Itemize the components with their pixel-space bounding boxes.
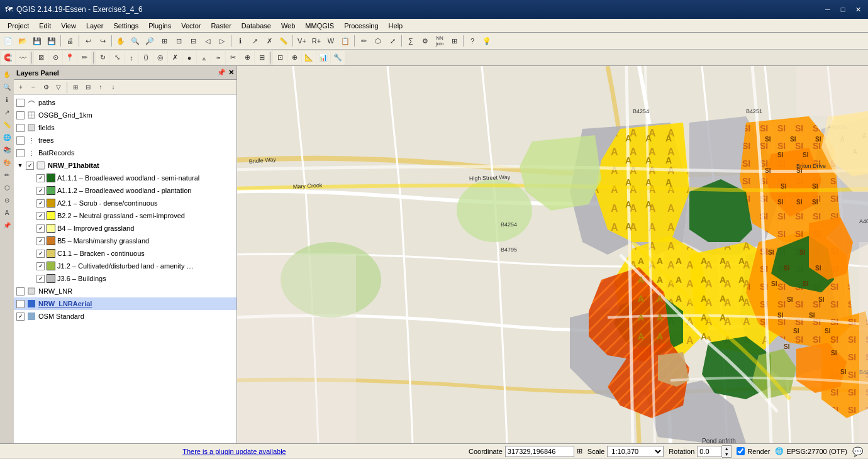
layer-a111[interactable]: ✓ A1.1.1 – Broadleaved woodland - semi-n…: [14, 172, 236, 184]
select-location-button[interactable]: 📍: [63, 51, 77, 65]
menu-settings[interactable]: Settings: [108, 21, 143, 31]
layer-b5[interactable]: ✓ B5 – Marsh/marshy grassland: [14, 235, 236, 247]
select-icon[interactable]: ↗: [1, 106, 13, 118]
layer-paths-checkbox[interactable]: [16, 99, 25, 107]
layer-trees[interactable]: ⋮ trees: [14, 134, 236, 147]
menu-view[interactable]: View: [56, 21, 81, 31]
merge-button[interactable]: ⊕: [240, 51, 254, 65]
plugin-update-link[interactable]: There is a plugin update available: [5, 448, 464, 455]
digitize-button[interactable]: ✏: [357, 34, 370, 48]
measure-icon[interactable]: 📏: [1, 119, 13, 130]
processing-button[interactable]: ⚙: [418, 34, 432, 48]
layer-paths[interactable]: paths: [14, 96, 236, 109]
layers-list[interactable]: paths OSGB_Grid_1km fields: [14, 95, 236, 443]
menu-web[interactable]: Web: [276, 21, 300, 31]
minimize-button[interactable]: ─: [823, 4, 833, 14]
layer-j36[interactable]: ✓ J3.6 – Buildings: [14, 272, 236, 285]
coordinate-input[interactable]: [505, 446, 574, 457]
rotation-down-arrow[interactable]: ▼: [722, 451, 731, 457]
menu-database[interactable]: Database: [236, 21, 276, 31]
layer-b22[interactable]: ✓ B2.2 – Neutral grassland - semi-improv…: [14, 209, 236, 222]
layer-nrw-checkbox[interactable]: ✓: [26, 162, 34, 170]
label-icon[interactable]: A: [1, 207, 13, 218]
layer-nrw-lnr[interactable]: NRW_LNR: [14, 285, 236, 297]
layer-nrw-group[interactable]: ▼ ✓ NRW_P1habitat: [14, 159, 236, 172]
layer-osm-checkbox[interactable]: ✓: [16, 312, 25, 321]
layer-a111-checkbox[interactable]: ✓: [36, 174, 45, 182]
menu-layer[interactable]: Layer: [81, 21, 109, 31]
fill-ring-button[interactable]: ●: [182, 51, 196, 65]
layer-b22-checkbox[interactable]: ✓: [36, 212, 45, 220]
offset-button[interactable]: ↕: [125, 51, 138, 65]
trace-button[interactable]: 〰: [16, 51, 30, 65]
zoom-layer-button[interactable]: ⊡: [172, 34, 186, 48]
add-raster-button[interactable]: R+: [309, 34, 323, 48]
identify-icon[interactable]: ℹ: [1, 94, 13, 105]
zoom-in-icon[interactable]: 🔍: [1, 81, 13, 92]
move-down-button[interactable]: ↓: [108, 82, 119, 93]
zoom-selection-button[interactable]: ⊟: [186, 34, 200, 48]
scale-button[interactable]: ⤡: [110, 51, 124, 65]
panel-pin-icon[interactable]: 📌: [217, 69, 226, 77]
expand-all-button[interactable]: ⊞: [70, 82, 81, 93]
open-project-button[interactable]: 📂: [16, 34, 30, 48]
messages-icon[interactable]: 💬: [852, 446, 863, 456]
layer-j36-checkbox[interactable]: ✓: [36, 275, 45, 283]
layer-nrw-lnraerial-checkbox[interactable]: [16, 300, 25, 308]
menu-mmqgis[interactable]: MMQGIS: [300, 21, 339, 31]
measure-button[interactable]: 📏: [277, 34, 291, 48]
split-button[interactable]: ✂: [226, 51, 240, 65]
move-feature-button[interactable]: ⤢: [386, 34, 399, 48]
layer-osgb[interactable]: OSGB_Grid_1km: [14, 109, 236, 121]
pan-button[interactable]: ✋: [114, 34, 128, 48]
remove-layer-button[interactable]: −: [28, 82, 39, 93]
panel-close-icon[interactable]: ✕: [228, 69, 234, 77]
collapse-all-button[interactable]: ⊟: [82, 82, 94, 93]
undo-button[interactable]: ↩: [81, 34, 95, 48]
tips-button[interactable]: 💡: [480, 34, 494, 48]
reshape-button[interactable]: ⟁: [197, 51, 211, 65]
map-canvas-area[interactable]: A SI: [237, 66, 868, 443]
rotate-button[interactable]: ↻: [96, 51, 109, 65]
vertex-icon[interactable]: ⬡: [1, 182, 13, 193]
layer-osm[interactable]: ✓ OSM Standard: [14, 310, 236, 323]
layer-a112-checkbox[interactable]: ✓: [36, 187, 45, 195]
layer-nrw-lnr-checkbox[interactable]: [16, 287, 25, 296]
redo-button[interactable]: ↪: [96, 34, 109, 48]
move-up-button[interactable]: ↑: [95, 82, 106, 93]
menu-plugins[interactable]: Plugins: [143, 21, 176, 31]
layer-osgb-checkbox[interactable]: [16, 111, 25, 119]
group-expand-icon[interactable]: ▼: [16, 162, 24, 169]
advanced-btn1[interactable]: ⊡: [273, 51, 287, 65]
zoom-extent-button[interactable]: ⊞: [157, 34, 171, 48]
node-tool-button[interactable]: ⬡: [371, 34, 385, 48]
advanced-btn2[interactable]: ⊕: [287, 51, 301, 65]
attribute-table-button[interactable]: 📋: [338, 34, 352, 48]
menu-processing[interactable]: Processing: [339, 21, 383, 31]
save-project-button[interactable]: 💾: [30, 34, 44, 48]
add-ring-button[interactable]: ◎: [153, 51, 167, 65]
layer-a21-checkbox[interactable]: ✓: [36, 199, 45, 207]
pin-icon[interactable]: 📌: [1, 219, 13, 231]
layers-icon[interactable]: 📚: [1, 144, 13, 155]
simplify-button[interactable]: ⟨⟩: [139, 51, 153, 65]
deselect-button[interactable]: ✗: [262, 34, 276, 48]
layer-j12[interactable]: ✓ J1.2 – Cultivated/disturbed land - ame…: [14, 260, 236, 272]
invert-select-button[interactable]: ⊙: [48, 51, 62, 65]
advanced-btn5[interactable]: 🔧: [331, 51, 345, 65]
advanced-btn3[interactable]: 📐: [302, 51, 316, 65]
georef-button[interactable]: ⊞: [447, 34, 461, 48]
nn-join-button[interactable]: NNjoin: [433, 34, 447, 48]
menu-edit[interactable]: Edit: [34, 21, 56, 31]
select-all-button[interactable]: ⊠: [34, 51, 48, 65]
layer-j12-checkbox[interactable]: ✓: [36, 262, 45, 270]
maximize-button[interactable]: □: [838, 4, 848, 14]
print-button[interactable]: 🖨: [63, 34, 77, 48]
delete-ring-button[interactable]: ✗: [168, 51, 182, 65]
layer-batrecords-checkbox[interactable]: [16, 149, 25, 157]
merge-attr-button[interactable]: ⊞: [255, 51, 269, 65]
layer-c11-checkbox[interactable]: ✓: [36, 250, 45, 258]
zoom-out-button[interactable]: 🔎: [143, 34, 157, 48]
open-layer-properties-button[interactable]: ⚙: [40, 82, 52, 93]
layer-b5-checkbox[interactable]: ✓: [36, 237, 45, 245]
